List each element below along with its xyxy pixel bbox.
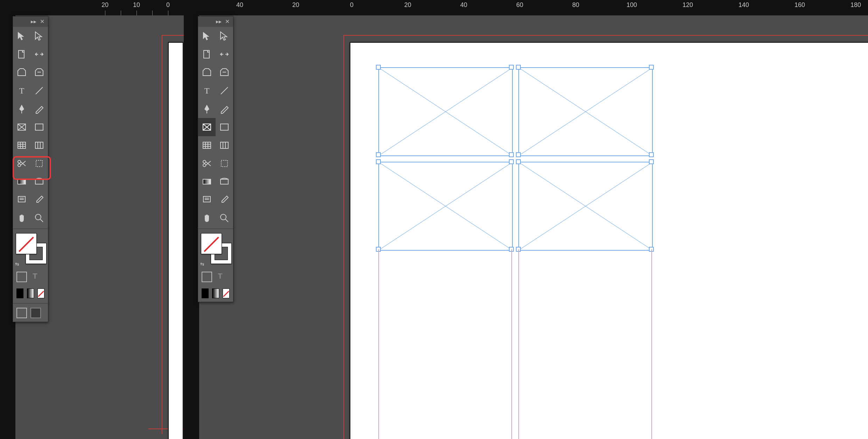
fill-swatch[interactable]: [201, 233, 222, 254]
page-tool[interactable]: [13, 45, 30, 63]
selection-handle[interactable]: [516, 152, 521, 157]
selection-handle[interactable]: [516, 65, 521, 70]
tools-panel-header[interactable]: ▸▸ ✕: [13, 16, 48, 27]
selection-handle[interactable]: [376, 65, 381, 70]
horizontal-ruler[interactable]: 20 10 0: [0, 0, 184, 16]
hand-tool[interactable]: [198, 209, 216, 227]
content-collector-tool[interactable]: [13, 63, 30, 82]
selection-tool[interactable]: [198, 27, 216, 45]
horizontal-ruler[interactable]: 40 20 0 20 40 60 80 100 120 140 160 180: [184, 0, 868, 16]
apply-gradient-swatch[interactable]: [27, 288, 34, 298]
type-tool[interactable]: T: [198, 82, 216, 100]
panel-collapse-icon[interactable]: ▸▸: [31, 19, 36, 25]
swap-fill-stroke-icon[interactable]: ⇆: [200, 261, 204, 267]
fill-stroke-swatch-pair[interactable]: ⇆: [13, 230, 48, 269]
selection-handle[interactable]: [649, 65, 654, 70]
formatting-container-swatch[interactable]: [202, 272, 212, 282]
selection-handle[interactable]: [509, 65, 514, 70]
pen-tool[interactable]: [198, 100, 216, 118]
selection-handle[interactable]: [516, 159, 521, 164]
eyedropper-tool[interactable]: [216, 191, 233, 209]
ruler-mark: 10: [133, 1, 140, 9]
content-collector-tool[interactable]: [198, 63, 216, 82]
hand-tool[interactable]: [13, 209, 30, 227]
svg-line-27: [40, 219, 43, 222]
svg-rect-28: [204, 50, 209, 58]
vertical-ruler[interactable]: [184, 15, 200, 439]
selection-handle[interactable]: [649, 159, 654, 164]
pen-tool[interactable]: [13, 100, 30, 118]
close-icon[interactable]: ✕: [225, 19, 230, 25]
graphic-frame[interactable]: [378, 67, 513, 156]
scissors-tool[interactable]: [13, 154, 30, 173]
rectangle-tool[interactable]: [216, 118, 233, 136]
document-page[interactable]: [350, 42, 868, 439]
scissors-tool[interactable]: [198, 154, 216, 173]
graphic-frame[interactable]: [518, 67, 653, 156]
direct-selection-tool[interactable]: [30, 27, 48, 45]
close-icon[interactable]: ✕: [40, 19, 44, 25]
selection-tool[interactable]: [13, 27, 30, 45]
panel-collapse-icon[interactable]: ▸▸: [216, 19, 222, 25]
selection-handle[interactable]: [649, 152, 654, 157]
apply-black-swatch[interactable]: [202, 288, 209, 298]
fill-stroke-swatch-pair[interactable]: ⇆: [198, 230, 233, 269]
graphic-frame[interactable]: [518, 162, 653, 251]
swap-fill-stroke-icon[interactable]: ⇆: [15, 261, 19, 267]
apply-gradient-swatch[interactable]: [212, 288, 219, 298]
gradient-swatch-tool[interactable]: [13, 173, 30, 191]
content-placer-tool[interactable]: [30, 63, 48, 82]
rectangle-frame-tool[interactable]: [198, 118, 216, 136]
gap-tool[interactable]: [30, 45, 48, 63]
svg-rect-13: [35, 142, 43, 148]
gap-tool[interactable]: [216, 45, 233, 63]
gradient-feather-tool[interactable]: [216, 173, 233, 191]
pencil-tool[interactable]: [30, 100, 48, 118]
selection-handle[interactable]: [509, 152, 514, 157]
table-column-tool[interactable]: [30, 136, 48, 154]
line-tool[interactable]: [216, 82, 233, 100]
free-transform-tool[interactable]: [216, 154, 233, 173]
formatting-text-swatch[interactable]: T: [216, 272, 225, 281]
type-tool[interactable]: T: [13, 82, 30, 100]
canvas-workspace[interactable]: [199, 15, 868, 439]
selection-handle[interactable]: [376, 152, 381, 157]
column-guide: [511, 249, 512, 439]
table-row-tool[interactable]: [13, 136, 30, 154]
svg-rect-48: [221, 160, 227, 167]
document-page[interactable]: [168, 42, 183, 439]
apply-black-swatch[interactable]: [16, 288, 23, 298]
svg-line-30: [221, 87, 228, 94]
tools-panel: ▸▸ ✕ T: [198, 16, 233, 302]
ruler-mark: 120: [682, 1, 693, 9]
formatting-container-swatch[interactable]: [16, 272, 27, 282]
zoom-tool[interactable]: [216, 209, 233, 227]
gradient-swatch-tool[interactable]: [198, 173, 216, 191]
fill-swatch[interactable]: [16, 233, 37, 254]
pencil-tool[interactable]: [216, 100, 233, 118]
rectangle-frame-tool[interactable]: [13, 118, 30, 136]
table-column-tool[interactable]: [216, 136, 233, 154]
apply-none-swatch[interactable]: [223, 288, 230, 298]
graphic-frame[interactable]: [378, 162, 513, 251]
apply-none-swatch[interactable]: [37, 288, 44, 298]
formatting-text-swatch[interactable]: T: [30, 272, 40, 281]
selection-handle[interactable]: [376, 159, 381, 164]
tools-panel-header[interactable]: ▸▸ ✕: [198, 16, 233, 27]
table-row-tool[interactable]: [198, 136, 216, 154]
direct-selection-tool[interactable]: [216, 27, 233, 45]
zoom-tool[interactable]: [30, 209, 48, 227]
page-tool[interactable]: [198, 45, 216, 63]
note-tool[interactable]: [198, 191, 216, 209]
free-transform-tool[interactable]: [30, 154, 48, 173]
gradient-feather-tool[interactable]: [30, 173, 48, 191]
normal-view-toggle[interactable]: [16, 308, 27, 318]
note-tool[interactable]: [13, 191, 30, 209]
preview-view-toggle[interactable]: [30, 308, 41, 318]
bleed-guide: [343, 35, 868, 36]
selection-handle[interactable]: [509, 159, 514, 164]
eyedropper-tool[interactable]: [30, 191, 48, 209]
line-tool[interactable]: [30, 82, 48, 100]
rectangle-tool[interactable]: [30, 118, 48, 136]
content-placer-tool[interactable]: [216, 63, 233, 82]
